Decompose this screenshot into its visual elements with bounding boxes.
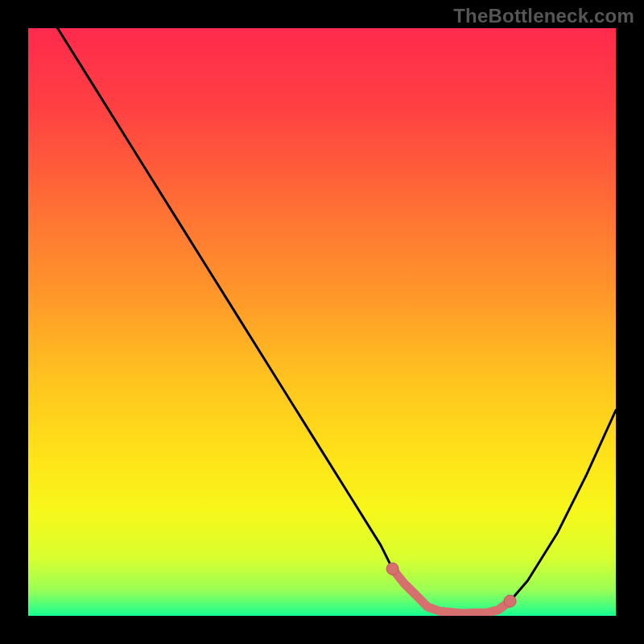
chart-frame: TheBottleneck.com xyxy=(0,0,644,644)
gradient-background xyxy=(28,28,616,616)
marker-dot xyxy=(386,563,398,575)
bottleneck-chart xyxy=(0,0,644,644)
marker-dot xyxy=(504,595,516,607)
watermark-text: TheBottleneck.com xyxy=(453,5,634,27)
